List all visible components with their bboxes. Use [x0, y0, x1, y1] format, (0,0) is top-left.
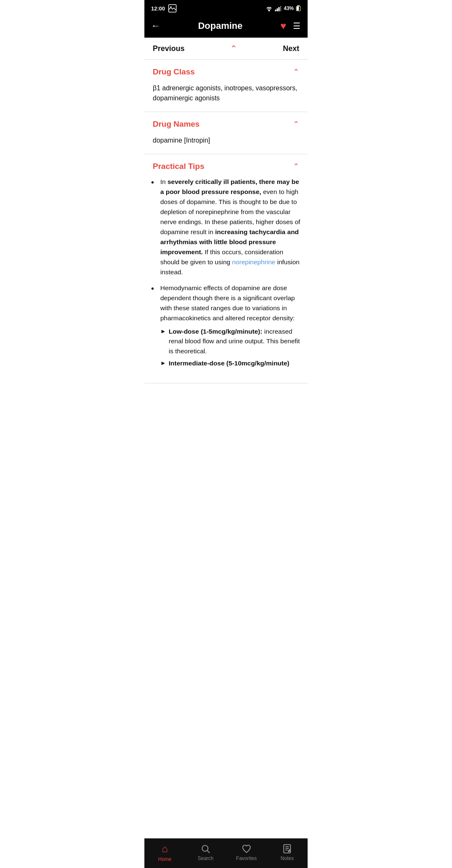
drug-class-body: β1 adrenergic agonists, inotropes, vasop…	[144, 82, 308, 112]
practical-tips-header[interactable]: Practical Tips ⌃	[144, 154, 308, 177]
drug-names-section: Drug Names ⌃ dopamine [Intropin]	[144, 112, 308, 154]
tip-item-1: • In severely critically ill patients, t…	[151, 177, 301, 277]
svg-rect-5	[280, 6, 281, 11]
top-navigation: ← Dopamine ♥ ☰	[144, 16, 308, 38]
wifi-icon	[265, 5, 273, 11]
drug-class-content: β1 adrenergic agonists, inotropes, vasop…	[153, 83, 299, 103]
chevron-up-icon: ⌃	[230, 43, 237, 54]
tip-text-1: In severely critically ill patients, the…	[160, 177, 301, 277]
drug-class-chevron: ⌃	[293, 67, 299, 77]
drug-names-header[interactable]: Drug Names ⌃	[144, 112, 308, 134]
signal-icon	[275, 5, 282, 11]
prev-next-nav: Previous ⌃ Next	[144, 38, 308, 60]
battery-icon	[296, 5, 301, 11]
battery-display: 43%	[284, 5, 294, 11]
sub-item-1-text: Low-dose (1-5mcg/kg/minute): increased r…	[169, 327, 301, 356]
next-button[interactable]: Next	[283, 44, 299, 53]
sub-item-1: ► Low-dose (1-5mcg/kg/minute): increased…	[160, 327, 301, 356]
page-title: Dopamine	[198, 20, 242, 31]
norepinephrine-link[interactable]: norepinephrine	[232, 258, 275, 266]
svg-rect-2	[275, 10, 276, 11]
sub-arrow-1: ►	[160, 327, 169, 336]
sub1-label: Low-dose (1-5mcg/kg/minute):	[169, 328, 262, 335]
drug-names-chevron: ⌃	[293, 120, 299, 129]
sub-arrow-2: ►	[160, 359, 169, 368]
drug-class-title: Drug Class	[153, 67, 195, 77]
nav-icons: ♥ ☰	[280, 20, 301, 32]
sub-items: ► Low-dose (1-5mcg/kg/minute): increased…	[160, 327, 301, 368]
status-time: 12:00	[151, 3, 177, 13]
drug-class-header[interactable]: Drug Class ⌃	[144, 60, 308, 82]
gallery-icon	[167, 3, 177, 13]
svg-rect-4	[278, 7, 280, 11]
sub-item-2: ► Intermediate-dose (5-10mcg/kg/minute)	[160, 358, 301, 368]
time-display: 12:00	[151, 5, 165, 12]
tip2-content: Hemodynamic effects of dopamine are dose…	[160, 284, 295, 322]
favorite-button[interactable]: ♥	[280, 20, 286, 32]
svg-rect-3	[277, 8, 278, 11]
bullet-2: •	[151, 282, 159, 295]
drug-names-body: dopamine [Intropin]	[144, 134, 308, 154]
drug-names-content: dopamine [Intropin]	[153, 135, 299, 146]
practical-tips-body: • In severely critically ill patients, t…	[144, 177, 308, 383]
sub2-label: Intermediate-dose (5-10mcg/kg/minute)	[169, 360, 290, 367]
status-bar: 12:00 43%	[144, 0, 308, 16]
tip-item-2: • Hemodynamic effects of dopamine are do…	[151, 283, 301, 370]
tip-text-2: Hemodynamic effects of dopamine are dose…	[160, 283, 301, 370]
menu-button[interactable]: ☰	[293, 21, 301, 31]
practical-tips-chevron: ⌃	[293, 162, 299, 171]
practical-tips-title: Practical Tips	[153, 162, 204, 171]
drug-names-title: Drug Names	[153, 120, 200, 129]
previous-button[interactable]: Previous	[153, 44, 185, 53]
bullet-1: •	[151, 176, 159, 189]
practical-tips-section: Practical Tips ⌃ • In severely criticall…	[144, 154, 308, 383]
svg-rect-7	[297, 5, 300, 6]
back-button[interactable]: ←	[151, 20, 160, 31]
drug-class-section: Drug Class ⌃ β1 adrenergic agonists, ino…	[144, 60, 308, 112]
status-indicators: 43%	[265, 5, 301, 11]
sub-item-2-text: Intermediate-dose (5-10mcg/kg/minute)	[169, 358, 290, 368]
